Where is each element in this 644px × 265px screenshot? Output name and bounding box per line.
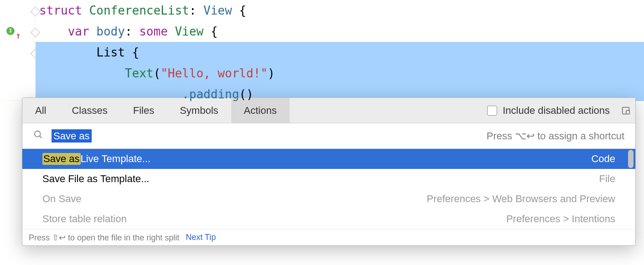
- code-line[interactable]: var body: some View {: [36, 21, 644, 42]
- popup-footer: Press ⇧↩ to open the file in the right s…: [22, 229, 635, 245]
- result-category: Preferences > Intentions: [506, 213, 615, 225]
- up-arrow-icon[interactable]: ↑: [16, 25, 21, 46]
- code-line[interactable]: Text("Hello, world!"): [36, 63, 644, 84]
- scrollbar-thumb[interactable]: [628, 150, 634, 168]
- pin-icon[interactable]: [621, 106, 631, 116]
- code-lines[interactable]: struct ConferenceList: View { var body: …: [36, 0, 644, 105]
- result-category: Preferences > Web Browsers and Preview: [427, 193, 616, 205]
- result-item[interactable]: Save as Live Template... Code: [22, 149, 635, 169]
- search-row: Save as Press ⌥↩ to assign a shortcut: [22, 123, 635, 149]
- include-disabled-toggle[interactable]: Include disabled actions: [487, 105, 610, 117]
- gutter: I ↑: [0, 0, 36, 100]
- result-category: File: [599, 173, 615, 185]
- result-item[interactable]: Save File as Template... File: [22, 169, 635, 189]
- next-tip-link[interactable]: Next Tip: [186, 233, 216, 242]
- include-disabled-label: Include disabled actions: [503, 105, 610, 117]
- checkbox-icon[interactable]: [487, 106, 497, 116]
- svg-rect-1: [626, 111, 629, 114]
- result-category: Code: [591, 153, 615, 165]
- footer-hint: Press ⇧↩ to open the file in the right s…: [29, 233, 179, 243]
- code-editor[interactable]: I ↑ struct ConferenceList: View { var bo…: [0, 0, 644, 100]
- result-item[interactable]: On Save Preferences > Web Browsers and P…: [22, 189, 635, 209]
- svg-point-2: [35, 131, 41, 137]
- search-icon: [33, 130, 43, 143]
- code-line[interactable]: struct ConferenceList: View {: [36, 0, 644, 21]
- result-item[interactable]: Store table relation Preferences > Inten…: [22, 209, 635, 229]
- code-line[interactable]: .padding(): [36, 84, 644, 105]
- match-highlight: Save as: [42, 153, 81, 165]
- search-query-text: Save as: [52, 129, 92, 143]
- code-line[interactable]: List {: [36, 42, 644, 63]
- override-gutter-icon[interactable]: I: [6, 27, 15, 35]
- results-list: Save as Live Template... Code Save File …: [22, 149, 635, 229]
- svg-line-3: [40, 136, 42, 138]
- search-input[interactable]: Save as: [52, 130, 92, 142]
- search-everywhere-popup: All Classes Files Symbols Actions Includ…: [22, 97, 636, 246]
- shortcut-hint: Press ⌥↩ to assign a shortcut: [487, 130, 624, 142]
